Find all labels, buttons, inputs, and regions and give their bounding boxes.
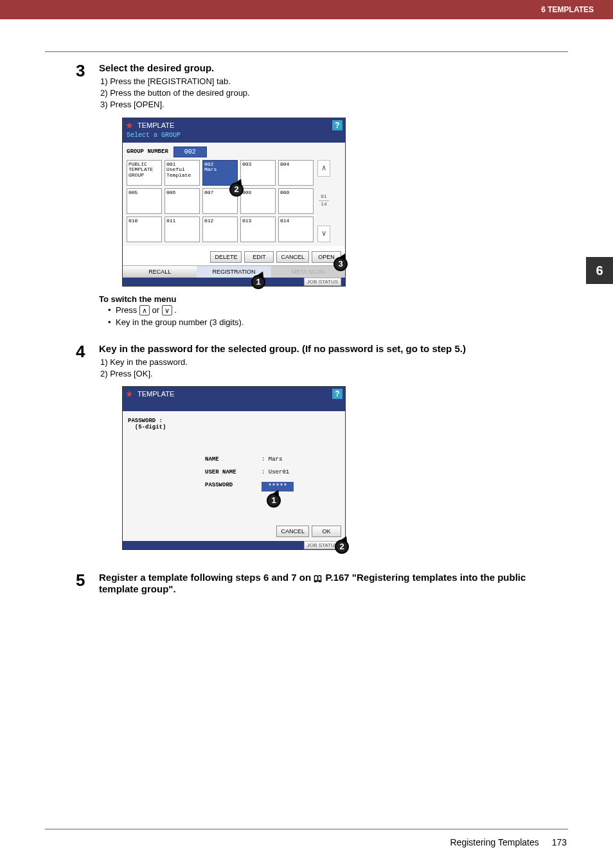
username-value: : User01 — [262, 469, 289, 475]
screen-title: TEMPLATE — [138, 390, 174, 398]
group-cell[interactable]: 008 — [240, 188, 276, 214]
step-number: 3 — [76, 62, 95, 79]
group-cell-public[interactable]: PUBLIC TEMPLATE GROUP — [127, 160, 162, 186]
cancel-button[interactable]: CANCEL — [276, 526, 309, 537]
delete-button[interactable]: DELETE — [210, 251, 242, 263]
group-cell[interactable]: 006 — [164, 188, 200, 214]
group-cell[interactable]: 010 — [127, 217, 162, 242]
group-cell[interactable]: 004 — [278, 160, 314, 186]
arrow-up-icon: ∧ — [139, 305, 150, 315]
page-indicator: 0114 — [317, 194, 330, 208]
screen-subtitle: Select a GROUP — [125, 130, 342, 143]
help-button[interactable]: ? — [332, 120, 342, 130]
screenshot-template-groups: ★ TEMPLATE ? Select a GROUP GROUP NUMBER… — [122, 118, 346, 287]
screenshot-password: ★ TEMPLATE ? PASSWORD : (5-digit) NAME: … — [122, 386, 346, 550]
chapter-side-tab: 6 — [586, 257, 613, 284]
footer-page-number: 173 — [552, 837, 567, 847]
group-cell-selected[interactable]: 002Mars — [202, 160, 238, 186]
arrow-down-icon: ∨ — [162, 305, 172, 315]
group-cell[interactable]: 011 — [164, 217, 200, 242]
step-5: 5 Register a template following steps 6 … — [76, 572, 555, 597]
group-cell[interactable]: 013 — [240, 217, 276, 242]
callout-marker: 1 — [251, 275, 265, 289]
screen-title: TEMPLATE — [138, 121, 174, 129]
footer-rule — [45, 829, 568, 829]
name-label: NAME — [205, 456, 244, 463]
step-3: 3 Select the desired group. 1) Press the… — [76, 62, 555, 329]
star-icon: ★ — [125, 389, 134, 399]
step-number: 5 — [76, 572, 95, 589]
cancel-button[interactable]: CANCEL — [276, 251, 309, 263]
step-line: 2) Press the button of the desired group… — [100, 87, 555, 99]
book-reference-icon: 🕮 — [314, 573, 323, 583]
group-cell[interactable]: 001Useful Template — [164, 160, 200, 186]
step-title: Key in the password for the selected gro… — [99, 343, 555, 354]
switch-menu-title: To switch the menu — [99, 294, 555, 304]
password-field-label: PASSWORD — [205, 482, 244, 492]
page-footer: Registering Templates 173 — [450, 837, 567, 847]
scroll-down-button[interactable]: ∨ — [317, 226, 330, 242]
callout-marker: 2 — [229, 182, 244, 197]
step-line: 1) Key in the password. — [100, 357, 555, 368]
switch-menu-item: Press ∧ or ∨ . — [108, 304, 555, 317]
name-value: : Mars — [262, 456, 282, 463]
group-cell[interactable]: 003 — [240, 160, 276, 186]
username-label: USER NAME — [205, 469, 244, 475]
tab-recall[interactable]: RECALL — [123, 265, 197, 278]
help-button[interactable]: ? — [332, 389, 342, 399]
group-number-label: GROUP NUMBER — [127, 148, 168, 155]
group-cell[interactable]: 009 — [278, 188, 314, 214]
star-icon: ★ — [125, 120, 134, 130]
ok-button[interactable]: OK — [312, 526, 341, 537]
step-line: 2) Press [OK]. — [100, 368, 555, 380]
callout-marker: 3 — [333, 257, 348, 271]
group-cell[interactable]: 014 — [278, 217, 314, 242]
group-cell[interactable]: 012 — [202, 217, 238, 242]
callout-marker: 1 — [267, 493, 281, 508]
edit-button[interactable]: EDIT — [244, 251, 274, 263]
scroll-up-button[interactable]: ∧ — [317, 160, 330, 177]
step-title: Register a template following steps 6 an… — [99, 572, 555, 594]
step-4: 4 Key in the password for the selected g… — [76, 343, 555, 558]
job-status-button[interactable]: JOB STATUS — [304, 278, 341, 286]
group-number-input[interactable]: 002 — [173, 146, 207, 157]
step-title: Select the desired group. — [99, 62, 555, 73]
password-label: PASSWORD : (5-digit) — [128, 418, 340, 430]
step-line: 3) Press [OPEN]. — [100, 99, 555, 111]
group-cell[interactable]: 005 — [127, 188, 162, 214]
footer-section: Registering Templates — [450, 837, 538, 847]
step-line: 1) Press the [REGISTRATION] tab. — [100, 76, 555, 87]
chapter-header: 6 TEMPLATES — [0, 0, 613, 19]
callout-marker: 2 — [335, 540, 349, 554]
step-number: 4 — [76, 343, 95, 360]
switch-menu-item: Key in the group number (3 digits). — [108, 316, 555, 329]
